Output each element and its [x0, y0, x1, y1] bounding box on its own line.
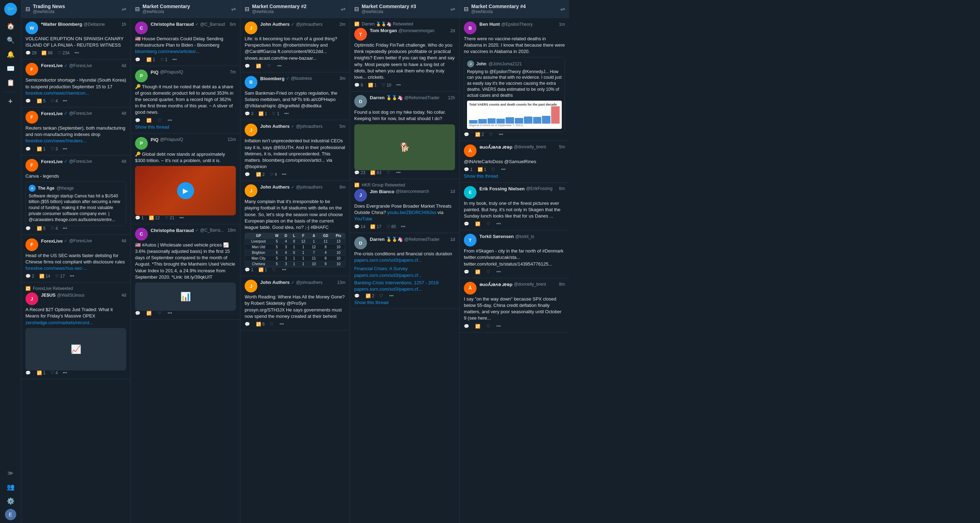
retweet-action[interactable]: 🔁 [475, 222, 482, 227]
like-action[interactable]: ♡ [487, 222, 492, 227]
reply-action[interactable]: 💬 [25, 147, 32, 152]
more-action[interactable]: ••• [284, 111, 289, 116]
retweet-action[interactable]: 🔁 2 [366, 293, 374, 298]
tweet-item[interactable]: T Torkil Sørensen @torkil_ts From #Skage… [460, 230, 569, 278]
sidebar-item-lists[interactable]: 📋 [4, 76, 17, 89]
like-action[interactable]: ♡ 10 [382, 82, 391, 87]
tweet-item[interactable]: Å ǝuoʎɹǝʌǝ ɹɐǝp @donnelly_brent 8m I say… [460, 278, 569, 333]
retweet-action[interactable]: 🔁 2 [256, 172, 265, 177]
reply-action[interactable]: 💬 [135, 118, 142, 123]
reply-action[interactable]: 💬 [25, 98, 32, 103]
like-action[interactable]: ♡ [379, 293, 384, 298]
like-action[interactable]: ♡ [387, 170, 391, 175]
tweet-item[interactable]: P PiQ @PriapusIQ 12m 🔑 Global debt now s… [131, 133, 240, 224]
column-settings-icon[interactable]: ⇌ [450, 6, 455, 13]
tweet-link[interactable]: forexlive.com/news/!/semicon... [25, 90, 89, 96]
sidebar-item-collapse[interactable]: ≫ [4, 466, 17, 479]
like-action[interactable]: ♡ 1 [160, 57, 167, 62]
more-action[interactable]: ••• [282, 267, 286, 272]
retweet-action[interactable]: 🔁 [146, 118, 153, 123]
more-action[interactable]: ••• [62, 371, 67, 376]
like-action[interactable]: ♡ [272, 267, 277, 272]
sidebar-item-settings[interactable]: ⚙️ [4, 495, 17, 507]
tweet-video[interactable]: ▶ [135, 166, 236, 216]
retweet-action[interactable]: 🔁 1 [37, 371, 46, 376]
reply-action[interactable]: 💬 [245, 172, 251, 177]
more-action[interactable]: ••• [62, 98, 67, 103]
more-action[interactable]: ••• [62, 226, 67, 231]
retweet-action[interactable]: 🔁 88 [41, 51, 52, 55]
reply-action[interactable]: 💬 [464, 222, 470, 227]
retweet-action[interactable]: 🔁 1 [146, 57, 155, 62]
tweet-item[interactable]: P PiQ @PriapusIQ 7m 🔑 Though it must be … [131, 66, 240, 133]
like-action[interactable]: ♡ [487, 324, 492, 329]
sidebar-item-add[interactable]: + [4, 95, 17, 108]
more-action[interactable]: ••• [401, 224, 406, 229]
tweet-item[interactable]: Å ǝuoʎɹǝʌǝ ɹɐǝp @donnelly_brent 5m @INAr… [460, 141, 569, 182]
reply-action[interactable]: 💬 [25, 371, 32, 376]
like-action[interactable]: ♡ [158, 118, 162, 123]
retweet-action[interactable]: 🔁 83 [370, 170, 381, 175]
tweet-item[interactable]: J John Authers ✓ @johnauthers 13m Worth … [240, 276, 350, 331]
reply-action[interactable]: 💬 9 [354, 82, 363, 87]
sidebar-item-notifications[interactable]: 🔔 [4, 48, 17, 61]
reply-action[interactable]: 💬 [245, 63, 251, 68]
like-action[interactable]: ♡ 1 [272, 111, 279, 116]
reply-action[interactable]: 💬 [245, 322, 251, 326]
show-thread-link[interactable]: Show this thread [464, 173, 565, 179]
like-action[interactable]: ♡ 21 [165, 216, 174, 220]
more-action[interactable]: ••• [389, 293, 394, 298]
reply-action[interactable]: 💬 2 [25, 274, 34, 279]
tweet-item[interactable]: C Christophe Barraud ✓ @C_Barra... 19m 🇺… [131, 224, 240, 320]
like-action[interactable]: ♡ [489, 132, 494, 137]
tweet-item[interactable]: B Ben Hunt @EpsilonTheory 1m There were … [460, 18, 569, 141]
tweet-item[interactable]: B Bloomberg ✓ @business 3m Sam Bankman-F… [240, 72, 350, 120]
show-thread-link[interactable]: Show this thread [354, 300, 455, 305]
tweet-link[interactable]: papers.ssrn.com/sol3/papers.cf... [354, 257, 422, 263]
more-action[interactable]: ••• [396, 170, 401, 175]
retweet-action[interactable]: 🔁 5 [37, 98, 46, 103]
retweet-action[interactable]: 🔁 2 [475, 132, 484, 137]
reply-action[interactable]: 💬 1 [135, 216, 144, 220]
reply-action[interactable]: 💬 [464, 269, 470, 274]
more-action[interactable]: ••• [167, 311, 172, 316]
tweet-item[interactable]: F ForexLive ✓ @ForexLive 4d Canva - lege… [21, 155, 130, 235]
column-settings-icon[interactable]: ⇌ [341, 6, 345, 13]
more-action[interactable]: ••• [62, 147, 67, 152]
retweet-action[interactable]: 🔁 [475, 324, 482, 329]
reply-action[interactable]: 💬 [354, 293, 361, 298]
retweet-action[interactable]: 🔁 5 [37, 226, 46, 231]
retweet-action[interactable]: 🔁 17 [370, 224, 381, 229]
tweet-item[interactable]: F ForexLive ✓ @ForexLive 4d Head of the … [21, 235, 130, 283]
reply-action[interactable]: 💬 [135, 57, 142, 62]
sidebar-item-people[interactable]: 👥 [4, 481, 17, 493]
more-action[interactable]: ••• [496, 324, 501, 329]
sidebar-item-home[interactable]: 🏠 [4, 20, 17, 32]
sidebar-item-messages[interactable]: ✉️ [4, 62, 17, 75]
more-action[interactable]: ••• [277, 63, 282, 68]
like-action[interactable]: ♡ 85 [387, 224, 396, 229]
tweet-item[interactable]: F ForexLive ✓ @ForexLive 4d Reuters tank… [21, 107, 130, 155]
reply-action[interactable]: 💬 [464, 324, 470, 329]
reply-action[interactable]: 💬 [464, 132, 470, 137]
retweet-action[interactable]: 🔁 [475, 269, 482, 274]
play-button[interactable]: ▶ [177, 182, 194, 199]
more-action[interactable]: ••• [70, 274, 74, 279]
like-action[interactable]: ♡ 4 [51, 371, 58, 376]
tweet-item[interactable]: J John Authers ✓ @johnauthers 8m Many co… [240, 181, 350, 276]
retweet-action[interactable]: 🔁 1 [258, 111, 267, 116]
tweet-link[interactable]: forexlive.com/news/!/reuters... [25, 138, 87, 143]
more-action[interactable]: ••• [280, 322, 284, 326]
tweet-item[interactable]: J John Authers ✓ @johnauthers 2m Life: i… [240, 18, 350, 72]
show-thread-link[interactable]: Show this thread [135, 124, 236, 130]
more-action[interactable]: ••• [282, 172, 286, 177]
reply-action[interactable]: 💬 1 [464, 167, 473, 172]
tweet-link[interactable]: bloomberg.com/news/articles/... [135, 49, 200, 54]
retweet-action[interactable]: 🔁 1 [477, 167, 487, 172]
tweet-item[interactable]: J John Authers ✓ @johnauthers 5m Inflati… [240, 120, 350, 181]
like-action[interactable]: ♡ [487, 269, 492, 274]
tweet-link[interactable]: forexlive.com/news/!/us-sec-... [25, 266, 88, 271]
like-action[interactable]: ♡ [267, 63, 272, 68]
more-action[interactable]: ••• [167, 118, 172, 123]
tweet-item[interactable]: 🔁 ForexLive Retweeted J JE$US @WallStJes… [21, 282, 130, 379]
